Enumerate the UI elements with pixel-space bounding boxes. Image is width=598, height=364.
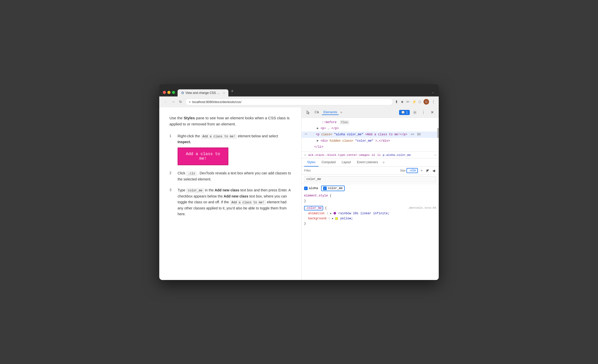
- aloha-class-item[interactable]: ✓ aloha: [304, 187, 318, 190]
- step-1: 1 Right-click the Add a class to me! ele…: [169, 133, 291, 166]
- color-me-selector: .color_me: [304, 206, 323, 210]
- css-source-link[interactable]: _devtools.scss:55: [408, 206, 436, 210]
- more-options-btn[interactable]: ⋮: [420, 109, 427, 116]
- user-avatar[interactable]: U: [423, 99, 429, 105]
- animation-colon: :: [326, 212, 330, 215]
- background-prop: background: [308, 217, 326, 220]
- badge-count: 1: [406, 111, 408, 114]
- dom-div-line[interactable]: ► <div hidden class= "color_me" >…</div>: [302, 138, 439, 144]
- tab-dropdown-btn[interactable]: ⌄: [432, 90, 435, 96]
- bc-ol[interactable]: ol: [372, 153, 375, 157]
- toggle-btn[interactable]: ◀: [431, 168, 436, 173]
- cls-button[interactable]: .cls: [406, 168, 418, 173]
- step-list: 1 Right-click the Add a class to me! ele…: [169, 133, 291, 217]
- back-btn[interactable]: ←: [163, 99, 168, 104]
- chrome-favicon: [181, 91, 184, 95]
- styles-bold: Styles: [184, 116, 195, 120]
- expand-triangle-p[interactable]: ►: [317, 127, 319, 130]
- color-me-class-item[interactable]: ✓ color_me: [321, 186, 345, 191]
- menu-icon[interactable]: ⋮: [432, 100, 435, 104]
- hidden-attr: hidden: [329, 139, 342, 143]
- bc-stack[interactable]: ack.stack--block.type.center-images: [308, 153, 370, 157]
- tab-bar: View and change CSS - Chrom... × + ⌄: [178, 87, 435, 96]
- p-selected-tag: <p: [312, 133, 321, 136]
- minimize-traffic-light[interactable]: [167, 91, 170, 94]
- left-pane: Use the Styles pane to see how an elemen…: [159, 107, 302, 280]
- share-icon[interactable]: ⬆: [395, 100, 398, 104]
- inspect-element-btn[interactable]: [305, 109, 312, 116]
- tab-computed[interactable]: Computed: [319, 158, 339, 167]
- close-devtools-btn[interactable]: ✕: [429, 109, 436, 116]
- animation-swatch: [334, 212, 336, 214]
- add-class-input[interactable]: [304, 176, 436, 182]
- dom-p-selected-line[interactable]: ⋯ <p class= "aloha color_me" >Add a clas…: [302, 131, 439, 138]
- background-triangle[interactable]: ►: [332, 217, 334, 220]
- extensions-icon[interactable]: ⚡: [412, 100, 416, 104]
- step-2-num: 2: [169, 171, 174, 175]
- eq-sign: ==: [411, 133, 414, 136]
- background-value: yellow;: [340, 217, 353, 220]
- animation-value: rainbow 10s linear infinite;: [338, 212, 390, 215]
- maximize-traffic-light[interactable]: [172, 91, 175, 94]
- nav-icons-right: ⬆ ★ ✄ ⚡ □ U ⋮: [395, 99, 435, 105]
- element-style-selector: element.style: [304, 194, 330, 197]
- step-2-code: .cls: [186, 171, 197, 176]
- devtools-header: Elements » 💬 1 ⋮ ✕: [302, 107, 439, 118]
- panel-more-btn[interactable]: »: [340, 110, 342, 114]
- color-me-checkbox[interactable]: ✓: [323, 187, 327, 190]
- dom-tree-wrapper: ::before flex ► <p> … </p> ⋯ <p class: [302, 118, 439, 152]
- browser-tab[interactable]: View and change CSS - Chrom... ×: [178, 89, 228, 96]
- browser-window: View and change CSS - Chrom... × + ⌄ ← →…: [159, 84, 439, 280]
- element-style-rule: element.style { }: [304, 193, 436, 204]
- dom-p-collapsed-line[interactable]: ► <p> … </p>: [302, 125, 439, 131]
- bc-p-selected[interactable]: p.aloha.color_me: [383, 153, 411, 157]
- div-tag: <div: [320, 139, 329, 143]
- tabs-more-btn[interactable]: »: [381, 158, 386, 167]
- forward-btn[interactable]: →: [170, 99, 176, 104]
- tab-styles[interactable]: Styles: [304, 158, 319, 167]
- dollar-zero: $0: [417, 133, 421, 136]
- p-tag-open: <p>: [320, 127, 326, 130]
- secure-icon: ●: [189, 100, 191, 103]
- scissors-icon[interactable]: ✄: [406, 100, 410, 104]
- elements-tab-label[interactable]: Elements: [322, 110, 339, 115]
- tab-close-btn[interactable]: ×: [223, 91, 225, 94]
- expand-triangle-div[interactable]: ►: [317, 139, 319, 143]
- reload-btn[interactable]: ↻: [178, 99, 183, 104]
- filter-input[interactable]: [304, 169, 398, 172]
- add-rule-btn[interactable]: ＋: [419, 168, 424, 173]
- new-tab-btn[interactable]: +: [228, 87, 236, 96]
- hov-label[interactable]: :hov: [400, 169, 406, 172]
- step-3-code1: color_me: [186, 188, 204, 193]
- tab-event-listeners[interactable]: Event Listeners: [354, 158, 381, 167]
- step-3-code2: Add a class to me!: [230, 200, 266, 205]
- bookmark-icon[interactable]: ★: [401, 100, 404, 104]
- dom-scrollbar-thumb[interactable]: [437, 128, 439, 138]
- profile-icon[interactable]: □: [419, 100, 421, 104]
- color-me-close: }: [304, 222, 306, 225]
- dom-dots: ⋯: [303, 131, 309, 139]
- step-3-content: Type color_me in the Add new class text …: [178, 187, 291, 217]
- filter-right: :hov .cls ＋ ◤ ◀: [400, 168, 436, 173]
- tab-layout[interactable]: Layout: [339, 158, 354, 167]
- bc-li[interactable]: li: [377, 153, 381, 157]
- bc-dots[interactable]: ⋯: [304, 153, 306, 157]
- demo-button[interactable]: Add a class to me!: [178, 147, 228, 165]
- aloha-checkbox[interactable]: ✓: [304, 187, 308, 190]
- animation-prop: animation: [308, 212, 325, 215]
- close-traffic-light[interactable]: [163, 91, 166, 94]
- device-toolbar-btn[interactable]: [313, 109, 320, 116]
- class-attr-val: "aloha color_me": [334, 133, 363, 136]
- main-content: Use the Styles pane to see how an elemen…: [159, 107, 439, 280]
- background-colon: :: [328, 217, 332, 220]
- color-me-open: {: [325, 206, 327, 210]
- url-bar[interactable]: ● localhost:8080/docs/devtools/css/: [185, 98, 393, 105]
- bc-more-btn[interactable]: ⋯: [434, 153, 436, 157]
- yellow-swatch[interactable]: [335, 217, 338, 220]
- traffic-lights: [163, 91, 175, 96]
- animation-triangle[interactable]: ►: [330, 212, 332, 215]
- inspect-btn2[interactable]: ◤: [426, 168, 430, 173]
- notifications-badge[interactable]: 💬 1: [399, 110, 410, 115]
- svg-rect-3: [315, 111, 318, 113]
- settings-btn[interactable]: [411, 109, 418, 116]
